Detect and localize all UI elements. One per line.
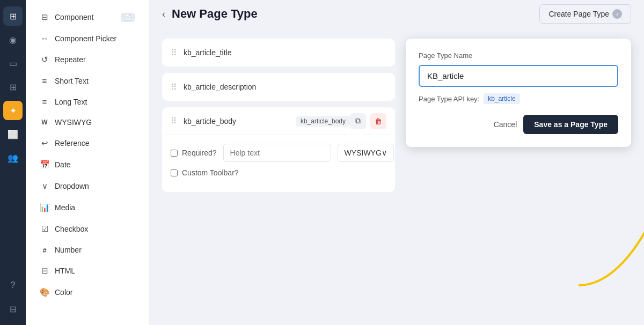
custom-toolbar-label[interactable]: Custom Toolbar? [171, 168, 239, 177]
sidebar-item-label: Number [55, 246, 135, 254]
sidebar-item-label: Repeater [55, 55, 135, 64]
required-row: Required? WYSIWYG ∨ [171, 144, 386, 162]
sidebar-item-number[interactable]: # Number [30, 240, 144, 260]
media-icon: 📊 [40, 203, 49, 212]
sidebar-item-label: Component Picker [55, 34, 135, 43]
image-nav-icon[interactable]: ⬜ [3, 124, 23, 144]
custom-toolbar-checkbox[interactable] [171, 169, 178, 176]
modal-container: Page Type Name Page Type API key: kb_art… [406, 39, 631, 147]
sidebar-item-label: Dropdown [55, 182, 135, 190]
sidebar-item-label: HTML [55, 267, 135, 275]
sidebar-item-date[interactable]: 📅 Date [30, 154, 144, 175]
content-area: ⠿ kb_article_title ⠿ kb_article_descript… [149, 28, 644, 325]
field-api-key-badge: kb_article_body [296, 116, 350, 127]
copy-icon: ⧉ [355, 116, 361, 125]
drag-handle-icon[interactable]: ⠿ [171, 82, 177, 92]
repeater-icon: ↺ [40, 55, 49, 64]
sidebar-item-label: Media [55, 203, 135, 212]
delete-field-button[interactable]: 🗑 [370, 113, 386, 129]
sidebar-item-media[interactable]: 📊 Media [30, 197, 144, 218]
sidebar-item-repeater[interactable]: ↺ Repeater [30, 49, 144, 70]
sidebar-item-long-text[interactable]: ≡ Long Text [30, 92, 144, 112]
api-key-label: Page Type API key: [419, 95, 479, 103]
info-icon: i [612, 9, 622, 19]
required-checkbox[interactable] [171, 150, 178, 157]
sidebar-item-label: WYSIWYG [55, 118, 135, 127]
help-text-input[interactable] [223, 144, 331, 162]
required-checkbox-label[interactable]: Required? [171, 149, 217, 157]
chevron-down-icon: ∨ [382, 149, 387, 157]
type-select-dropdown[interactable]: WYSIWYG ∨ [338, 144, 394, 162]
sidebar-item-label: Long Text [55, 98, 135, 106]
date-icon: 📅 [40, 160, 49, 169]
field-key-label: kb_article_description [184, 83, 386, 91]
create-btn-label: Create Page Type [548, 10, 609, 18]
sidebar-item-component[interactable]: ⊟ Component 📄 [30, 7, 144, 27]
puzzle-nav-icon[interactable]: ✦ [3, 101, 23, 120]
sidebar-item-label: Date [55, 160, 135, 169]
reference-icon: ↩ [40, 138, 49, 148]
api-key-row: Page Type API key: kb_article [419, 93, 618, 104]
custom-toolbar-row: Custom Toolbar? [171, 168, 386, 177]
sidebar-item-wysiwyg[interactable]: W WYSIWYG [30, 113, 144, 132]
header-left: ‹ New Page Type [162, 7, 258, 21]
html-icon: ⊟ [40, 266, 49, 276]
table-row: ⠿ kb_article_title [162, 39, 395, 67]
field-description-container: ⠿ kb_article_description [162, 73, 395, 101]
field-expanded-body: Required? WYSIWYG ∨ Custom Toolbar? [162, 135, 395, 192]
sidebar-item-html[interactable]: ⊟ HTML [30, 261, 144, 281]
copy-field-button[interactable]: ⧉ [350, 113, 366, 129]
modal-actions: Cancel Save as a Page Type [419, 115, 618, 134]
dropdown-icon: ∨ [40, 181, 49, 191]
main-content: ‹ New Page Type Create Page Type i ⠿ kb_… [149, 0, 644, 325]
sidebar-item-component-picker[interactable]: ↔ Component Picker [30, 28, 144, 48]
sidebar-item-label: Short Text [55, 77, 135, 85]
sidebar-item-label: Component [55, 13, 115, 21]
number-icon: # [40, 246, 49, 254]
create-page-type-button[interactable]: Create Page Type i [539, 4, 631, 24]
home-nav-icon[interactable]: ⊞ [3, 6, 23, 26]
delete-icon: 🗑 [375, 117, 382, 125]
sidebar-item-color[interactable]: 🎨 Color [30, 282, 144, 302]
table-row: ⠿ kb_article_description [162, 73, 395, 101]
field-title-container: ⠿ kb_article_title [162, 39, 395, 67]
component-picker-icon: ↔ [40, 34, 49, 43]
layers-nav-icon[interactable]: ⊟ [3, 299, 23, 319]
sidebar-item-label: Reference [55, 139, 135, 147]
page-header: ‹ New Page Type Create Page Type i [149, 0, 644, 28]
drag-handle-icon[interactable]: ⠿ [171, 48, 177, 58]
field-key-label: kb_article_title [184, 48, 386, 57]
blog-nav-icon[interactable]: ◉ [3, 30, 23, 49]
field-body-expanded: ⠿ kb_article_body kb_article_body ⧉ 🗑 [162, 107, 395, 192]
cancel-button[interactable]: Cancel [494, 120, 517, 129]
page-nav-icon[interactable]: ▭ [3, 54, 23, 73]
back-button[interactable]: ‹ [162, 9, 165, 20]
grid-nav-icon[interactable]: ⊞ [3, 77, 23, 97]
drag-handle-icon[interactable]: ⠿ [171, 116, 177, 126]
field-key-label: kb_article_body [184, 117, 290, 125]
sidebar: ⊟ Component 📄 ↔ Component Picker ↺ Repea… [26, 0, 149, 325]
custom-toolbar-text: Custom Toolbar? [182, 168, 239, 177]
required-label: Required? [182, 149, 217, 157]
wysiwyg-icon: W [40, 119, 49, 126]
checkbox-icon: ☑ [40, 224, 49, 234]
sidebar-item-checkbox[interactable]: ☑ Checkbox [30, 219, 144, 239]
field-action-buttons: ⧉ 🗑 [350, 113, 386, 129]
left-navigation: ⊞ ◉ ▭ ⊞ ✦ ⬜ 👥 ? ⊟ [0, 0, 26, 325]
sidebar-item-short-text[interactable]: ≡ Short Text [30, 71, 144, 91]
help-nav-icon[interactable]: ? [3, 276, 23, 295]
api-key-badge: kb_article [484, 93, 519, 104]
users-nav-icon[interactable]: 👥 [3, 148, 23, 167]
sidebar-item-dropdown[interactable]: ∨ Dropdown [30, 176, 144, 196]
fields-wrapper: ⠿ kb_article_title ⠿ kb_article_descript… [162, 39, 631, 192]
long-text-icon: ≡ [40, 97, 49, 106]
sidebar-item-label: Color [55, 288, 135, 297]
component-badge: 📄 [121, 13, 135, 22]
save-page-type-button[interactable]: Save as a Page Type [523, 115, 618, 134]
page-title: New Page Type [172, 7, 258, 21]
component-icon: ⊟ [40, 12, 49, 22]
page-type-name-input[interactable] [419, 65, 618, 87]
sidebar-item-reference[interactable]: ↩ Reference [30, 133, 144, 153]
sidebar-item-label: Checkbox [55, 225, 135, 233]
modal-field-label: Page Type Name [419, 51, 618, 60]
